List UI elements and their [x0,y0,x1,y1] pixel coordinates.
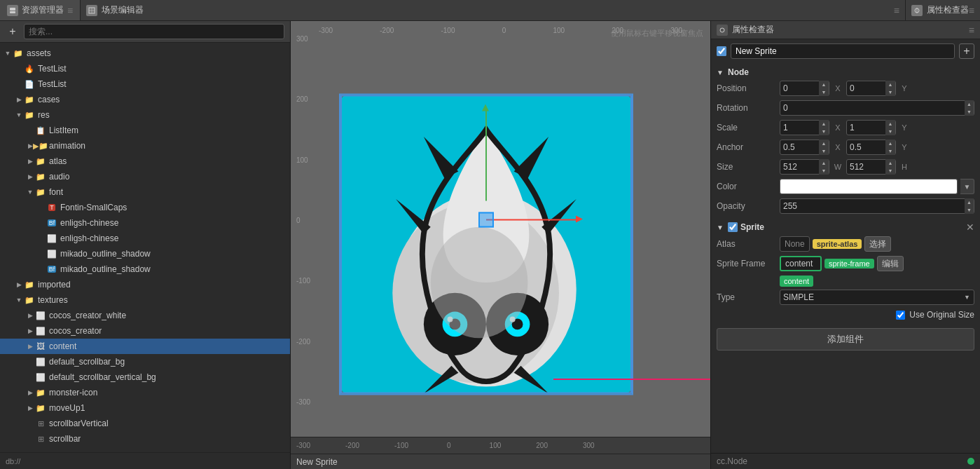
scene-editor-menu-btn[interactable]: ≡ [894,5,899,16]
properties-menu-btn[interactable]: ≡ [969,5,974,16]
anchor-inputs: ▲ ▼ X ▲ ▼ Y [780,140,974,155]
anchor-y-down[interactable]: ▼ [885,147,895,155]
asset-manager-title: 资源管理器 [22,4,64,16]
y-axis-label: Y [899,84,910,93]
scale-x-input[interactable] [780,123,819,132]
tree-item-mikado2[interactable]: Bf mikado_outline_shadow [0,261,290,277]
tree-item-english2[interactable]: ⬜ enligsh-chinese [0,231,290,246]
scale-y-input[interactable] [847,123,885,132]
size-w-input[interactable] [780,162,819,172]
tree-item-cocos-white[interactable]: ▶ ⬜ cocos_creator_white [0,308,290,323]
scene-sprite-object[interactable] [339,93,633,395]
asset-manager-menu-btn[interactable]: ≡ [67,5,73,16]
tree-item-scrollbar-v[interactable]: ⊞ scrollbarVertical [0,416,290,431]
tree-item-cocos-creator[interactable]: ▶ ⬜ cocos_creator [0,323,290,339]
tree-item-default-bg[interactable]: ⬜ default_scrollbar_bg [0,354,290,369]
scene-canvas[interactable]: 使用鼠标右键平移视窗焦点 -300 -200 -100 0 100 200 30… [291,21,710,437]
tree-item-audio[interactable]: ▶ 📁 audio [0,169,290,184]
tree-item-atlas[interactable]: ▶ 📁 atlas [0,154,290,169]
scene-footer: New Sprite [291,454,710,469]
atlas-select-button[interactable]: 选择 [864,236,891,252]
node-section-header[interactable]: ▼ Node [717,64,974,80]
tree-item-label: monster-icon [49,388,97,397]
size-w-up[interactable]: ▲ [819,159,829,167]
use-original-size-checkbox[interactable] [896,311,905,320]
anchor-y-input[interactable] [847,142,885,152]
add-asset-button[interactable]: + [6,25,20,39]
folder-icon: 📁 [24,109,35,121]
scale-x-up[interactable]: ▲ [819,120,829,128]
image-icon: ⬜ [35,372,46,383]
type-label: Type [717,292,780,302]
tree-item-scrollbar[interactable]: ⊞ scrollbar [0,431,290,447]
tree-item-fontin[interactable]: T Fontin-SmallCaps [0,200,290,215]
rotation-up[interactable]: ▲ [965,100,974,108]
scale-y-up[interactable]: ▲ [885,120,895,128]
tree-item-moveup1[interactable]: ▶ 📁 moveUp1 [0,400,290,416]
type-dropdown[interactable]: SIMPLE SLICED TILED FILLED [780,290,974,305]
sprite-section-header[interactable]: ▼ Sprite ✕ [717,219,974,236]
opacity-up[interactable]: ▲ [965,198,974,206]
add-component-button[interactable]: + [959,43,974,59]
position-y-down[interactable]: ▼ [885,88,895,96]
size-h-up[interactable]: ▲ [885,159,895,167]
expand-arrow: ▶ [14,280,24,290]
tree-item-mikado1[interactable]: ⬜ mikado_outline_shadow [0,246,290,261]
rotation-input[interactable] [780,103,965,113]
position-x-up[interactable]: ▲ [819,81,829,88]
anchor-y-up[interactable]: ▲ [885,140,895,147]
search-input[interactable] [24,24,284,39]
tree-item-res[interactable]: ▼ 📁 res [0,107,290,123]
expand-arrow [14,64,24,74]
color-picker[interactable] [780,179,958,194]
expand-arrow [36,233,46,243]
color-dropdown-button[interactable]: ▼ [960,179,974,194]
sprite-frame-content-input[interactable]: content [780,256,822,271]
tree-item-english1[interactable]: Bf enligsh-chinese [0,215,290,231]
size-h-input[interactable] [847,162,885,172]
tree-item-label: mikado_outline_shadow [60,264,151,274]
size-h-down[interactable]: ▼ [885,167,895,175]
asset-manager-tab[interactable]: 资源管理器 ≡ [0,0,81,20]
tree-item-textures[interactable]: ▼ 📁 textures [0,292,290,308]
folder-icon: 📁 [35,387,46,398]
selection-handle[interactable] [478,212,494,228]
position-x-down[interactable]: ▼ [819,88,829,96]
position-y-up[interactable]: ▲ [885,81,895,88]
tree-item-listitem[interactable]: 📋 ListItem [0,123,290,138]
tree-item-imported[interactable]: ▶ 📁 imported [0,277,290,292]
atlas-row: Atlas None sprite-atlas 选择 [717,236,974,252]
tree-item-testlist2[interactable]: 📄 TestList [0,76,290,92]
left-panel: + ▼ 📁 assets 🔥 TestList 📄 Tes [0,21,291,469]
sprite-section-close-btn[interactable]: ✕ [966,222,974,233]
add-component-full-button[interactable]: 添加组件 [717,328,974,351]
scale-x-down[interactable]: ▼ [819,128,829,135]
tree-item-font[interactable]: ▼ 📁 font [0,184,290,200]
tree-item-content[interactable]: ▶ 🖼 content [0,339,290,354]
sprite-frame-edit-button[interactable]: 编辑 [877,256,904,271]
node-section: ▼ Node Position ▲ ▼ X [717,64,974,215]
opacity-input[interactable] [780,201,965,211]
node-enabled-checkbox[interactable] [717,46,726,56]
tree-item-label: textures [38,295,68,305]
tree-item-assets[interactable]: ▼ 📁 assets [0,46,290,61]
position-y-input[interactable] [847,83,885,93]
tree-item-default-v-bg[interactable]: ⬜ default_scrollbar_vertical_bg [0,369,290,385]
anchor-x-up[interactable]: ▲ [819,140,829,147]
properties-menu-btn[interactable]: ≡ [969,25,974,36]
scale-y-down[interactable]: ▼ [885,128,895,135]
anchor-x-input[interactable] [780,142,819,152]
tree-item-label: TestList [38,64,67,74]
position-x-input[interactable] [780,83,819,93]
tree-item-monster[interactable]: ▶ 📁 monster-icon [0,385,290,400]
tree-item-cases[interactable]: ▶ 📁 cases [0,92,290,107]
size-w-down[interactable]: ▼ [819,167,829,175]
tree-item-testlist1[interactable]: 🔥 TestList [0,61,290,76]
anchor-x-down[interactable]: ▼ [819,147,829,155]
rotation-down[interactable]: ▼ [965,108,974,116]
node-name-input[interactable] [731,43,955,59]
opacity-row: Opacity ▲ ▼ [717,198,974,215]
sprite-enabled-checkbox[interactable] [728,222,738,232]
tree-item-animation[interactable]: ▶ ▶📁 animation [0,138,290,154]
opacity-down[interactable]: ▼ [965,206,974,214]
